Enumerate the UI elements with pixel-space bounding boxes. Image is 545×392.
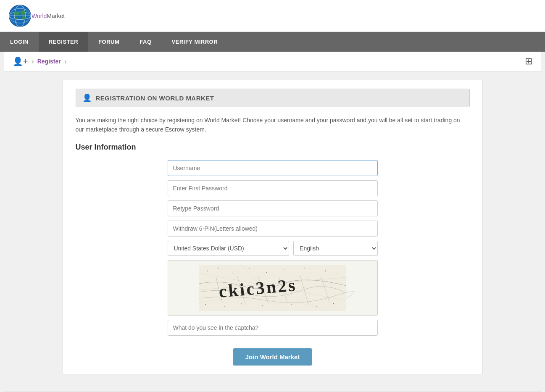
registration-header: 👤 REGISTRATION ON WORLD MARKET bbox=[76, 89, 470, 107]
nav-verify-mirror[interactable]: VERIFY MIRROR bbox=[162, 32, 228, 52]
site-header: WorldMarket bbox=[0, 0, 545, 32]
dropdowns-row: United States Dollar (USD) Bitcoin (BTC)… bbox=[168, 241, 378, 256]
breadcrumb-arrow-2: › bbox=[64, 57, 67, 66]
password-input[interactable] bbox=[168, 180, 378, 196]
currency-select[interactable]: United States Dollar (USD) Bitcoin (BTC)… bbox=[168, 241, 290, 256]
svg-point-20 bbox=[266, 272, 267, 273]
reg-user-icon: 👤 bbox=[82, 93, 92, 103]
registration-form: United States Dollar (USD) Bitcoin (BTC)… bbox=[168, 160, 378, 366]
user-info-title: User Information bbox=[76, 143, 470, 152]
logo-world: World bbox=[32, 13, 47, 19]
nav-register[interactable]: REGISTER bbox=[39, 32, 88, 52]
nav-login[interactable]: LOGIN bbox=[0, 32, 39, 52]
svg-point-27 bbox=[241, 303, 242, 304]
breadcrumb-bar: 👤+ › Register › ⊞ bbox=[4, 52, 541, 71]
svg-point-26 bbox=[224, 306, 225, 307]
pin-input[interactable] bbox=[168, 221, 378, 237]
retype-password-input[interactable] bbox=[168, 200, 378, 216]
submit-button[interactable]: Join World Market bbox=[233, 348, 313, 366]
breadcrumb-arrow: › bbox=[32, 57, 34, 66]
globe-logo-icon bbox=[8, 4, 32, 27]
logo-market: Market bbox=[47, 13, 65, 19]
captcha-image: ckic3n2s bbox=[168, 260, 378, 316]
svg-point-31 bbox=[333, 303, 334, 304]
nav-faq[interactable]: FAQ bbox=[129, 32, 161, 52]
svg-point-29 bbox=[291, 304, 292, 305]
svg-point-18 bbox=[232, 273, 233, 274]
svg-point-30 bbox=[316, 306, 317, 307]
svg-point-24 bbox=[337, 273, 338, 274]
breadcrumb-label: Register bbox=[37, 58, 61, 65]
registration-title: REGISTRATION ON WORLD MARKET bbox=[96, 95, 214, 102]
svg-point-16 bbox=[207, 271, 208, 271]
breadcrumb-left: 👤+ › Register › bbox=[13, 56, 67, 66]
svg-point-7 bbox=[21, 10, 25, 16]
svg-point-28 bbox=[261, 305, 262, 306]
captcha-input[interactable] bbox=[168, 320, 378, 336]
main-content: 👤 REGISTRATION ON WORLD MARKET You are m… bbox=[0, 71, 545, 383]
svg-point-25 bbox=[205, 304, 206, 305]
svg-point-22 bbox=[304, 268, 305, 268]
user-add-icon: 👤+ bbox=[13, 56, 28, 66]
nav-forum[interactable]: FORUM bbox=[88, 32, 129, 52]
username-input[interactable] bbox=[168, 160, 378, 176]
captcha-svg: ckic3n2s bbox=[172, 265, 373, 311]
svg-point-23 bbox=[324, 271, 325, 271]
svg-point-17 bbox=[217, 268, 218, 268]
logo-text: WorldMarket bbox=[32, 13, 65, 19]
svg-point-19 bbox=[249, 268, 250, 269]
svg-point-9 bbox=[15, 17, 18, 19]
navbar: LOGIN REGISTER FORUM FAQ VERIFY MIRROR bbox=[0, 32, 545, 52]
content-wrapper: 👤 REGISTRATION ON WORLD MARKET You are m… bbox=[63, 80, 483, 374]
svg-point-21 bbox=[283, 269, 284, 270]
language-select[interactable]: English Spanish French German bbox=[293, 241, 377, 256]
sitemap-icon: ⊞ bbox=[525, 56, 532, 67]
registration-description: You are making the right choice by regis… bbox=[76, 116, 470, 134]
svg-point-8 bbox=[22, 16, 26, 19]
svg-point-6 bbox=[14, 11, 20, 15]
